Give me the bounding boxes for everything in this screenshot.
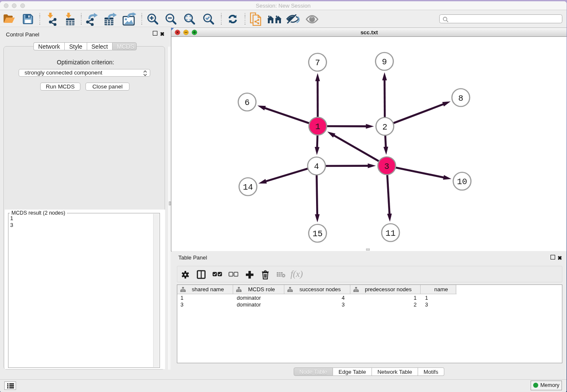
svg-text:4: 4 [314, 161, 319, 171]
svg-text:9: 9 [382, 57, 387, 66]
svg-text:2: 2 [382, 122, 387, 132]
svg-text:1: 1 [315, 121, 320, 131]
svg-text:14: 14 [243, 182, 253, 192]
svg-text:10: 10 [457, 177, 467, 186]
svg-text:3: 3 [384, 161, 389, 171]
svg-text:8: 8 [458, 93, 463, 103]
svg-text:11: 11 [385, 228, 396, 238]
svg-text:7: 7 [315, 58, 320, 67]
svg-text:15: 15 [312, 229, 322, 238]
svg-text:6: 6 [245, 97, 250, 107]
